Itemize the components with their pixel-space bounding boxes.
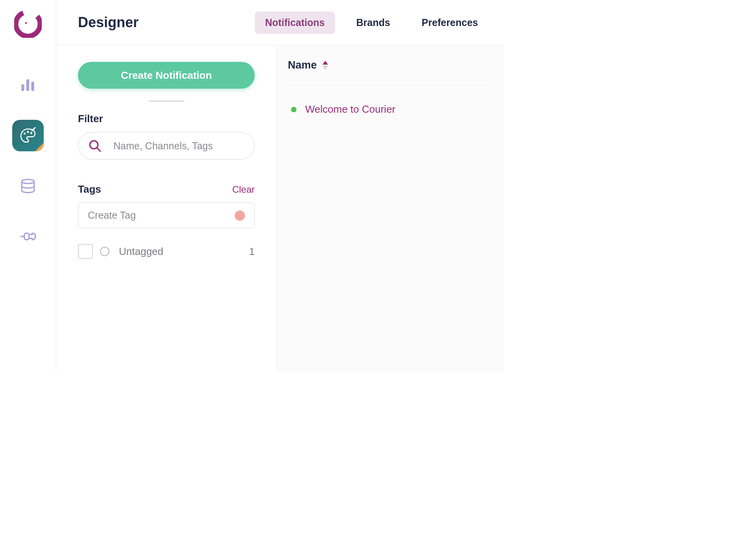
palette-icon	[20, 127, 36, 144]
tag-checkbox[interactable]	[78, 244, 93, 259]
filter-label: Filter	[78, 113, 255, 125]
tab-brands[interactable]: Brands	[346, 11, 400, 34]
notifications-list-panel: Name Welcome to Courier	[277, 45, 504, 372]
nav-data[interactable]	[12, 170, 44, 202]
notification-name: Welcome to Courier	[305, 103, 395, 115]
tag-color-dot-icon[interactable]	[235, 210, 245, 221]
column-header-name[interactable]: Name	[288, 59, 328, 71]
search-input[interactable]	[113, 140, 245, 152]
sort-ascending-icon	[322, 61, 328, 65]
topbar: Designer Notifications Brands Preference…	[56, 0, 504, 45]
tag-name: Untagged	[119, 246, 249, 258]
top-nav: Notifications Brands Preferences	[255, 11, 488, 34]
bar-chart-icon	[20, 77, 36, 93]
plug-icon	[20, 228, 36, 245]
tag-row-untagged[interactable]: Untagged 1	[78, 244, 255, 259]
svg-point-1	[25, 22, 27, 24]
tab-notifications[interactable]: Notifications	[255, 11, 335, 34]
create-notification-button[interactable]: Create Notification	[78, 62, 255, 89]
search-wrap[interactable]	[78, 132, 255, 160]
tag-count: 1	[249, 246, 255, 258]
svg-rect-2	[21, 84, 24, 91]
create-tag-input[interactable]	[88, 210, 235, 221]
clear-tags-link[interactable]: Clear	[232, 184, 255, 195]
column-header-name-label: Name	[288, 59, 317, 71]
svg-rect-9	[24, 233, 29, 240]
nav-designer[interactable]	[12, 120, 44, 151]
svg-point-8	[22, 179, 34, 184]
status-dot-icon	[291, 107, 296, 112]
tags-label: Tags	[78, 183, 101, 195]
courier-logo-icon[interactable]	[14, 10, 42, 38]
svg-point-5	[24, 132, 26, 134]
create-tag-wrap[interactable]	[78, 203, 255, 228]
page-title: Designer	[78, 14, 255, 31]
sort-icon[interactable]	[322, 61, 328, 70]
nav-integrations[interactable]	[12, 221, 44, 252]
svg-point-6	[27, 131, 29, 133]
search-icon	[88, 139, 102, 153]
svg-rect-3	[26, 79, 29, 91]
list-header: Name	[288, 59, 493, 86]
svg-rect-4	[31, 82, 34, 91]
notification-row[interactable]: Welcome to Courier	[288, 86, 493, 115]
svg-point-7	[30, 132, 32, 134]
nav-analytics[interactable]	[12, 69, 44, 101]
divider	[149, 100, 184, 102]
filters-panel: Create Notification Filter Tags Clear	[56, 45, 277, 372]
tag-radio-icon	[100, 247, 109, 256]
icon-rail	[0, 0, 56, 372]
database-icon	[20, 178, 36, 194]
tab-preferences[interactable]: Preferences	[411, 11, 488, 34]
sort-descending-icon	[322, 66, 328, 70]
